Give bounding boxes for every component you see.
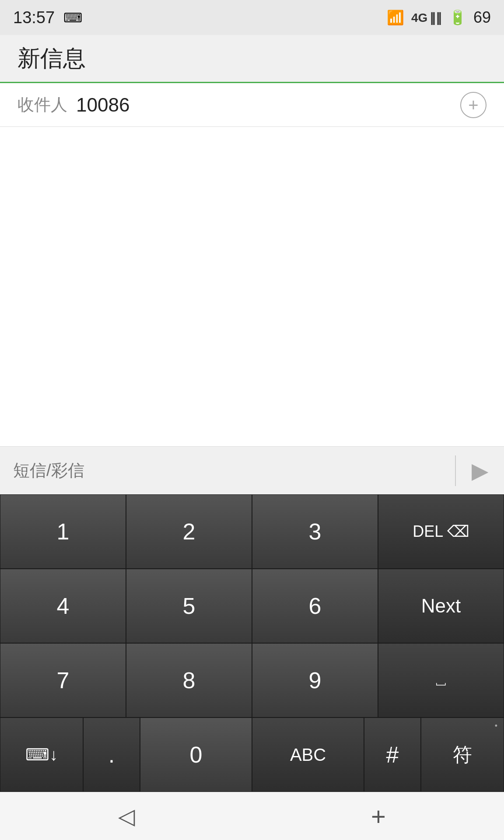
status-time: 13:57 bbox=[13, 8, 55, 27]
keyboard-toggle-icon: ⌨↓ bbox=[25, 745, 58, 764]
key-next[interactable]: Next bbox=[378, 569, 504, 643]
key-0[interactable]: 0 bbox=[140, 718, 252, 792]
battery-level: 69 bbox=[473, 8, 491, 27]
key-dot[interactable]: . bbox=[83, 718, 140, 792]
key-row-2: 4 5 6 Next bbox=[0, 569, 504, 643]
message-input-row: ▶ bbox=[0, 446, 504, 494]
keyboard: 1 2 3 DEL ⌫ 4 5 6 Next 7 8 9 ⎵ ⌨↓ . 0 AB… bbox=[0, 494, 504, 792]
send-icon: ▶ bbox=[472, 458, 488, 483]
status-bar: 13:57 ⌨ 📶 4G ‖‖ 🔋 69 bbox=[0, 0, 504, 35]
key-1[interactable]: 1 bbox=[0, 494, 126, 569]
recipient-label: 收件人 bbox=[18, 94, 67, 116]
recipient-input[interactable] bbox=[76, 94, 460, 116]
message-body[interactable] bbox=[0, 127, 504, 446]
key-fu[interactable]: 符 • bbox=[421, 718, 504, 792]
recipient-row: 收件人 + bbox=[0, 83, 504, 127]
fu-dot: • bbox=[495, 721, 497, 731]
keyboard-status-icon: ⌨ bbox=[63, 10, 82, 25]
key-4[interactable]: 4 bbox=[0, 569, 126, 643]
key-2[interactable]: 2 bbox=[126, 494, 252, 569]
back-button[interactable]: ◁ bbox=[118, 804, 135, 829]
back-icon: ◁ bbox=[118, 804, 135, 829]
key-5[interactable]: 5 bbox=[126, 569, 252, 643]
key-row-3: 7 8 9 ⎵ bbox=[0, 643, 504, 718]
key-hash[interactable]: # bbox=[364, 718, 421, 792]
plus-icon: + bbox=[468, 96, 478, 114]
key-space[interactable]: ⎵ bbox=[378, 643, 504, 718]
wifi-icon: 📶 bbox=[387, 9, 404, 26]
key-8[interactable]: 8 bbox=[126, 643, 252, 718]
signal-icon: 4G ‖‖ bbox=[411, 10, 442, 25]
message-input[interactable] bbox=[0, 461, 455, 480]
key-6[interactable]: 6 bbox=[252, 569, 378, 643]
title-bar: 新信息 bbox=[0, 35, 504, 83]
key-row-4: ⌨↓ . 0 ABC # 符 • bbox=[0, 718, 504, 792]
key-9[interactable]: 9 bbox=[252, 643, 378, 718]
key-keyboard-toggle[interactable]: ⌨↓ bbox=[0, 718, 83, 792]
send-button[interactable]: ▶ bbox=[456, 447, 504, 495]
key-7[interactable]: 7 bbox=[0, 643, 126, 718]
status-icons: 📶 4G ‖‖ 🔋 69 bbox=[387, 8, 491, 27]
key-abc[interactable]: ABC bbox=[252, 718, 364, 792]
add-button[interactable]: + bbox=[371, 802, 386, 831]
add-recipient-button[interactable]: + bbox=[460, 92, 486, 118]
key-row-1: 1 2 3 DEL ⌫ bbox=[0, 494, 504, 569]
page-title: 新信息 bbox=[18, 43, 86, 74]
del-icon: DEL ⌫ bbox=[413, 522, 469, 541]
add-icon: + bbox=[371, 802, 386, 830]
battery-icon: 🔋 bbox=[449, 9, 466, 26]
fu-label: 符 bbox=[453, 742, 472, 768]
key-3[interactable]: 3 bbox=[252, 494, 378, 569]
bottom-nav: ◁ + bbox=[0, 792, 504, 840]
key-del[interactable]: DEL ⌫ bbox=[378, 494, 504, 569]
